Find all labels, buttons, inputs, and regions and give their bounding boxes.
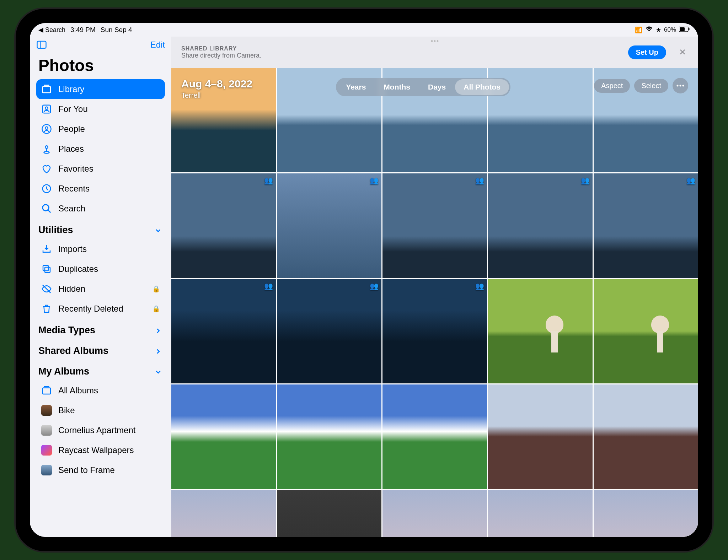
sidebar-item-foryou[interactable]: For You <box>36 99 165 119</box>
photo-cell[interactable] <box>488 384 593 489</box>
sidebar-item-raycast[interactable]: Raycast Wallpapers <box>36 440 165 460</box>
svg-rect-3 <box>37 41 46 48</box>
section-media-types[interactable]: Media Types <box>36 321 165 339</box>
photo-cell[interactable] <box>594 384 698 489</box>
sidebar-item-imports[interactable]: Imports <box>36 239 165 259</box>
svg-rect-19 <box>43 388 51 394</box>
section-shared-albums[interactable]: Shared Albums <box>36 341 165 360</box>
lock-icon: 🔒 <box>152 305 160 313</box>
cellular-icon: 📶 <box>635 26 642 34</box>
photo-cell[interactable] <box>277 384 381 489</box>
svg-rect-2 <box>689 28 690 30</box>
svg-point-7 <box>45 107 48 110</box>
sidebar-item-label: Places <box>58 144 84 154</box>
shared-badge-icon: 👥 <box>264 176 273 185</box>
album-thumb <box>41 465 52 475</box>
photo-cell[interactable] <box>277 490 381 537</box>
photo-cell[interactable]: 👥 <box>277 173 381 278</box>
photo-cell[interactable]: 👥 <box>382 173 487 278</box>
sidebar-item-label: All Albums <box>58 386 98 395</box>
import-icon <box>41 244 52 254</box>
star-icon: ★ <box>656 26 661 34</box>
photo-cell[interactable] <box>382 384 487 489</box>
photo-cell[interactable]: 👥 <box>171 173 276 278</box>
screen: ◀ Search 3:49 PM Sun Sep 4 📶 ★ 60% Edit <box>30 23 698 537</box>
photo-cell[interactable] <box>594 490 698 537</box>
photo-cell[interactable] <box>488 490 593 537</box>
photo-cell[interactable] <box>171 68 276 172</box>
sidebar-item-favorites[interactable]: Favorites <box>36 159 165 179</box>
svg-rect-17 <box>43 265 48 271</box>
section-my-albums[interactable]: My Albums <box>36 362 165 381</box>
trash-icon <box>41 303 52 314</box>
photo-cell[interactable] <box>382 490 487 537</box>
svg-rect-16 <box>45 267 50 273</box>
sidebar-item-library[interactable]: Library <box>36 79 165 99</box>
sidebar-item-recents[interactable]: Recents <box>36 179 165 199</box>
setup-button[interactable]: Set Up <box>628 45 666 59</box>
chevron-down-icon <box>154 367 162 375</box>
seg-years[interactable]: Years <box>337 79 374 95</box>
sidebar-item-cornelius[interactable]: Cornelius Apartment <box>36 420 165 440</box>
seg-months[interactable]: Months <box>375 79 419 95</box>
aspect-button[interactable]: Aspect <box>594 79 630 93</box>
sidebar-item-label: Duplicates <box>58 264 98 274</box>
photo-cell[interactable]: 👥 <box>382 279 487 383</box>
shared-badge-icon: 👥 <box>370 176 379 185</box>
svg-point-21 <box>679 85 681 87</box>
shared-badge-icon: 👥 <box>370 282 379 290</box>
hidden-icon <box>41 284 52 294</box>
library-icon <box>41 84 52 95</box>
photo-cell[interactable] <box>171 384 276 489</box>
toggle-sidebar-icon[interactable] <box>36 39 47 50</box>
sidebar-item-duplicates[interactable]: Duplicates <box>36 259 165 279</box>
photo-cell[interactable]: 👥 <box>171 279 276 383</box>
photo-cell[interactable] <box>488 279 593 383</box>
status-date: Sun Sep 4 <box>101 26 132 34</box>
foryou-icon <box>41 104 52 114</box>
wifi-icon <box>645 26 653 34</box>
app-content: Edit Photos Library For You People Place… <box>30 37 698 537</box>
svg-point-10 <box>45 146 48 149</box>
people-icon <box>41 124 52 134</box>
album-thumb <box>41 405 52 416</box>
sidebar-item-hidden[interactable]: Hidden 🔒 <box>36 279 165 299</box>
edit-button[interactable]: Edit <box>150 40 165 50</box>
sidebar-item-label: For You <box>58 104 88 114</box>
sidebar-item-send-to-frame[interactable]: Send to Frame <box>36 460 165 480</box>
sidebar-item-label: Search <box>58 204 85 214</box>
photo-cell[interactable]: 👥 <box>488 173 593 278</box>
photo-grid: 👥👥👥👥👥👥👥👥 <box>171 68 698 537</box>
close-banner-button[interactable]: ✕ <box>677 47 688 58</box>
svg-rect-5 <box>43 87 51 93</box>
sidebar-item-label: Recents <box>58 184 90 194</box>
multitask-grabber[interactable] <box>431 40 439 42</box>
sidebar-item-places[interactable]: Places <box>36 139 165 159</box>
sidebar-item-recently-deleted[interactable]: Recently Deleted 🔒 <box>36 299 165 319</box>
sidebar-item-all-albums[interactable]: All Albums <box>36 381 165 400</box>
ipad-frame: ◀ Search 3:49 PM Sun Sep 4 📶 ★ 60% Edit <box>16 9 712 551</box>
select-button[interactable]: Select <box>634 79 668 93</box>
seg-all-photos[interactable]: All Photos <box>455 79 509 95</box>
view-segmented[interactable]: Years Months Days All Photos <box>336 78 510 96</box>
back-to-search[interactable]: ◀ Search <box>38 26 65 34</box>
more-button[interactable] <box>673 78 688 93</box>
photo-cell[interactable] <box>171 490 276 537</box>
battery-percent: 60% <box>664 26 676 33</box>
section-label: My Albums <box>38 366 89 377</box>
photo-cell[interactable]: 👥 <box>594 173 698 278</box>
albums-icon <box>41 385 52 396</box>
svg-point-20 <box>676 85 678 87</box>
status-bar: ◀ Search 3:49 PM Sun Sep 4 📶 ★ 60% <box>30 23 698 37</box>
photo-cell[interactable] <box>594 279 698 383</box>
sidebar-item-search[interactable]: Search <box>36 199 165 219</box>
section-label: Utilities <box>38 225 73 236</box>
photo-cell[interactable]: 👥 <box>277 279 381 383</box>
sidebar-item-label: Library <box>58 84 84 94</box>
album-thumb <box>41 425 52 436</box>
section-utilities[interactable]: Utilities <box>36 221 165 239</box>
sidebar-item-bike[interactable]: Bike <box>36 400 165 420</box>
seg-days[interactable]: Days <box>419 79 454 95</box>
sidebar-item-label: Raycast Wallpapers <box>58 445 134 455</box>
sidebar-item-people[interactable]: People <box>36 119 165 139</box>
